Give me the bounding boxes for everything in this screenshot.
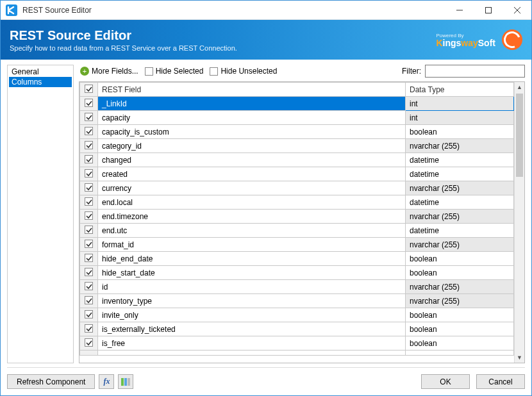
more-fields-button[interactable]: + More Fields... [80, 67, 138, 76]
type-cell[interactable]: datetime [406, 224, 514, 238]
vertical-scrollbar[interactable]: ▲ ▼ [514, 82, 524, 363]
field-cell[interactable]: capacity_is_custom [98, 125, 406, 139]
row-checkbox[interactable] [80, 308, 98, 322]
field-cell[interactable]: created [98, 167, 406, 181]
table-row[interactable]: hide_end_dateboolean [80, 252, 514, 266]
table-row[interactable]: createddatetime [80, 167, 514, 181]
field-cell[interactable]: currency [98, 181, 406, 195]
row-checkbox[interactable] [80, 336, 98, 351]
scroll-down-icon[interactable]: ▼ [515, 352, 524, 363]
row-checkbox[interactable] [80, 252, 98, 266]
header-check-all[interactable] [80, 83, 98, 97]
row-checkbox[interactable] [80, 139, 98, 153]
field-cell[interactable]: is_externally_ticketed [98, 322, 406, 336]
row-checkbox[interactable] [80, 294, 98, 308]
row-checkbox[interactable] [80, 280, 98, 294]
row-checkbox[interactable] [80, 111, 98, 125]
hide-unselected-checkbox[interactable]: Hide Unselected [210, 67, 277, 76]
table-row[interactable]: _LinkIdint [80, 97, 514, 111]
field-cell[interactable]: changed [98, 153, 406, 167]
table-row[interactable]: is_freeboolean [80, 336, 514, 351]
row-checkbox[interactable] [80, 195, 98, 210]
row-checkbox[interactable] [80, 238, 98, 252]
refresh-component-button[interactable]: Refresh Component [7, 374, 95, 389]
table-row[interactable]: invite_onlyboolean [80, 308, 514, 322]
table-row[interactable]: end.localdatetime [80, 195, 514, 210]
type-cell[interactable]: nvarchar (255) [406, 294, 514, 308]
table-row[interactable]: capacityint [80, 111, 514, 125]
type-cell[interactable]: int [406, 97, 514, 111]
field-cell[interactable]: is_free [98, 336, 406, 351]
type-cell[interactable] [406, 351, 514, 356]
type-cell[interactable]: nvarchar (255) [406, 280, 514, 294]
type-cell[interactable]: boolean [406, 266, 514, 280]
table-row[interactable]: currencynvarchar (255) [80, 181, 514, 195]
minimize-button[interactable] [445, 1, 474, 20]
table-row[interactable]: is_externally_ticketedboolean [80, 322, 514, 336]
close-button[interactable] [503, 1, 531, 20]
type-cell[interactable]: datetime [406, 153, 514, 167]
sidebar-item-columns[interactable]: Columns [9, 77, 72, 87]
row-checkbox[interactable] [80, 266, 98, 280]
sidebar-item-general[interactable]: General [9, 67, 72, 77]
header-field[interactable]: REST Field [98, 83, 406, 97]
field-cell[interactable]: end.timezone [98, 210, 406, 224]
type-cell[interactable]: datetime [406, 195, 514, 210]
field-cell[interactable]: format_id [98, 238, 406, 252]
type-cell[interactable]: boolean [406, 125, 514, 139]
hide-unselected-label: Hide Unselected [220, 67, 277, 76]
field-cell[interactable]: capacity [98, 111, 406, 125]
table-row[interactable]: end.utcdatetime [80, 224, 514, 238]
row-checkbox[interactable] [80, 181, 98, 195]
column-mapping-button[interactable] [118, 374, 133, 389]
table-row[interactable]: inventory_typenvarchar (255) [80, 294, 514, 308]
ok-button[interactable]: OK [421, 374, 470, 389]
type-cell[interactable]: boolean [406, 336, 514, 351]
fields-grid[interactable]: REST Field Data Type _LinkIdintcapacityi… [79, 82, 514, 363]
row-checkbox[interactable] [80, 167, 98, 181]
table-row[interactable]: end.timezonenvarchar (255) [80, 210, 514, 224]
scroll-up-icon[interactable]: ▲ [515, 82, 524, 92]
row-checkbox[interactable] [80, 210, 98, 224]
row-checkbox[interactable] [80, 322, 98, 336]
filter-input[interactable] [425, 65, 525, 78]
table-row[interactable]: capacity_is_customboolean [80, 125, 514, 139]
field-cell[interactable]: end.utc [98, 224, 406, 238]
field-cell[interactable]: category_id [98, 139, 406, 153]
cancel-button[interactable]: Cancel [476, 374, 525, 389]
row-checkbox[interactable] [80, 125, 98, 139]
type-cell[interactable]: nvarchar (255) [406, 210, 514, 224]
checkbox-checked-icon [85, 197, 93, 206]
field-cell[interactable]: inventory_type [98, 294, 406, 308]
type-cell[interactable]: boolean [406, 252, 514, 266]
row-checkbox[interactable] [80, 224, 98, 238]
type-cell[interactable]: nvarchar (255) [406, 238, 514, 252]
table-row[interactable]: idnvarchar (255) [80, 280, 514, 294]
row-checkbox[interactable] [80, 97, 98, 111]
field-cell[interactable] [98, 351, 406, 356]
field-cell[interactable]: hide_end_date [98, 252, 406, 266]
field-cell[interactable]: end.local [98, 195, 406, 210]
table-row[interactable]: format_idnvarchar (255) [80, 238, 514, 252]
type-cell[interactable]: int [406, 111, 514, 125]
type-cell[interactable]: nvarchar (255) [406, 181, 514, 195]
header-type[interactable]: Data Type [406, 83, 514, 97]
type-cell[interactable]: boolean [406, 308, 514, 322]
field-cell[interactable]: _LinkId [98, 97, 406, 111]
field-cell[interactable]: hide_start_date [98, 266, 406, 280]
table-row[interactable]: category_idnvarchar (255) [80, 139, 514, 153]
row-checkbox[interactable] [80, 153, 98, 167]
table-row[interactable]: changeddatetime [80, 153, 514, 167]
maximize-button[interactable] [474, 1, 503, 20]
type-cell[interactable]: datetime [406, 167, 514, 181]
field-cell[interactable]: id [98, 280, 406, 294]
type-cell[interactable]: boolean [406, 322, 514, 336]
table-row[interactable] [80, 351, 514, 356]
table-row[interactable]: hide_start_dateboolean [80, 266, 514, 280]
field-cell[interactable]: invite_only [98, 308, 406, 322]
type-cell[interactable]: nvarchar (255) [406, 139, 514, 153]
hide-selected-checkbox[interactable]: Hide Selected [145, 67, 204, 76]
expression-editor-button[interactable]: fx [99, 374, 114, 389]
row-checkbox[interactable] [80, 351, 98, 356]
scroll-thumb[interactable] [516, 94, 523, 177]
